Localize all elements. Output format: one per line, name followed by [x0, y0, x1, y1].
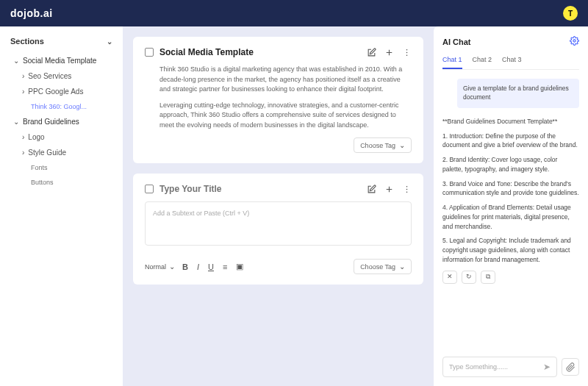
plus-icon[interactable]: [384, 47, 394, 57]
image-button[interactable]: ▣: [234, 262, 245, 271]
svg-point-1: [406, 51, 407, 53]
sidebar-item-brand-guidelines[interactable]: ⌄Brand Guidelines: [0, 114, 123, 129]
title-input[interactable]: [159, 184, 360, 194]
svg-point-4: [406, 188, 407, 190]
choose-tag-button[interactable]: Choose Tag⌄: [354, 259, 412, 274]
close-button[interactable]: ✕: [442, 271, 457, 284]
chevron-down-icon: ⌄: [107, 37, 112, 46]
more-icon[interactable]: [401, 47, 412, 57]
reply-line: 5. Legal and Copyright: Include trademar…: [442, 236, 579, 264]
user-message: Give a template for a brand guidelines d…: [457, 79, 579, 108]
chat-tabs: Chat 1 Chat 2 Chat 3: [442, 56, 579, 70]
sidebar-item-social-media[interactable]: ⌄Social Media Template: [0, 53, 123, 68]
card-paragraph: Think 360 Studio is a digital marketing …: [159, 65, 412, 95]
sidebar-item-style-guide[interactable]: ›Style Guide: [0, 145, 123, 160]
chevron-right-icon: ›: [22, 72, 24, 80]
svg-point-0: [406, 49, 407, 50]
reply-line: 3. Brand Voice and Tone: Describe the br…: [442, 179, 579, 199]
subtext-input[interactable]: Add a Subtext or Paste (Ctrl + V): [145, 201, 412, 246]
card-paragraph: Leveraging cutting-edge technology, inno…: [159, 101, 412, 131]
tab-chat-2[interactable]: Chat 2: [473, 56, 492, 69]
more-icon[interactable]: [401, 184, 412, 194]
chevron-right-icon: ›: [22, 149, 24, 157]
choose-tag-button[interactable]: Choose Tag⌄: [354, 137, 412, 153]
chevron-right-icon: ›: [22, 133, 24, 141]
ai-reply: **Brand Guidelines Document Template** 1…: [442, 117, 579, 351]
edit-icon[interactable]: [366, 184, 376, 194]
ai-chat-panel: AI Chat Chat 1 Chat 2 Chat 3 Give a temp…: [434, 26, 588, 386]
list-button[interactable]: ≡: [221, 262, 229, 271]
svg-point-5: [406, 191, 407, 193]
reply-line: 2. Brand Identity: Cover logo usage, col…: [442, 155, 579, 174]
plus-icon[interactable]: [384, 184, 394, 194]
sidebar-item-logo[interactable]: ›Logo: [0, 129, 123, 145]
card-title: Social Media Template: [159, 47, 360, 57]
send-icon[interactable]: ➤: [543, 362, 551, 372]
checkbox[interactable]: [145, 185, 154, 193]
checkbox[interactable]: [145, 48, 154, 57]
svg-point-2: [406, 54, 407, 56]
sidebar-item-buttons[interactable]: Buttons: [0, 175, 123, 190]
logo: dojob.ai: [10, 7, 53, 19]
regenerate-button[interactable]: ↻: [462, 271, 476, 284]
app-header: dojob.ai T: [0, 0, 588, 26]
reply-heading: **Brand Guidelines Document Template**: [442, 117, 579, 126]
svg-point-6: [573, 40, 576, 42]
sections-label: Sections: [10, 37, 44, 46]
content-card-2: Add a Subtext or Paste (Ctrl + V) Normal…: [133, 174, 423, 285]
chevron-right-icon: ›: [22, 87, 24, 96]
tab-chat-1[interactable]: Chat 1: [442, 56, 462, 69]
chevron-down-icon: ⌄: [399, 141, 405, 149]
chevron-down-icon: ⌄: [13, 57, 19, 65]
sidebar-item-fonts[interactable]: Fonts: [0, 160, 123, 175]
tab-chat-3[interactable]: Chat 3: [502, 56, 522, 69]
sidebar-item-ppc[interactable]: ›PPC Google Ads: [0, 84, 123, 99]
edit-icon[interactable]: [366, 47, 376, 57]
settings-icon[interactable]: [570, 35, 579, 49]
sections-header[interactable]: Sections ⌄: [0, 34, 123, 53]
sidebar-item-seo[interactable]: ›Seo Services: [0, 68, 123, 84]
svg-point-3: [406, 185, 407, 187]
reply-line: 4. Application of Brand Elements: Detail…: [442, 203, 579, 231]
avatar[interactable]: T: [563, 6, 578, 21]
copy-button[interactable]: ⧉: [481, 271, 495, 284]
format-select[interactable]: Normal⌄: [145, 262, 175, 271]
sidebar-item-think360[interactable]: Think 360: Googl...: [0, 99, 123, 114]
content-card-1: Social Media Template Think 360 Studio i…: [133, 37, 423, 163]
chat-input[interactable]: Type Something...... ➤: [442, 357, 557, 377]
chevron-down-icon: ⌄: [13, 118, 19, 126]
attach-button[interactable]: [562, 358, 579, 376]
chevron-down-icon: ⌄: [399, 262, 405, 271]
underline-button[interactable]: U: [207, 262, 215, 271]
bold-button[interactable]: B: [181, 262, 190, 271]
chevron-down-icon: ⌄: [169, 262, 175, 271]
ai-chat-title: AI Chat: [442, 37, 471, 46]
italic-button[interactable]: I: [196, 262, 201, 271]
sidebar: Sections ⌄ ⌄Social Media Template ›Seo S…: [0, 26, 123, 386]
reply-line: 1. Introduction: Define the purpose of t…: [442, 132, 579, 151]
main-content: Social Media Template Think 360 Studio i…: [123, 26, 434, 386]
chat-placeholder: Type Something......: [449, 363, 508, 371]
